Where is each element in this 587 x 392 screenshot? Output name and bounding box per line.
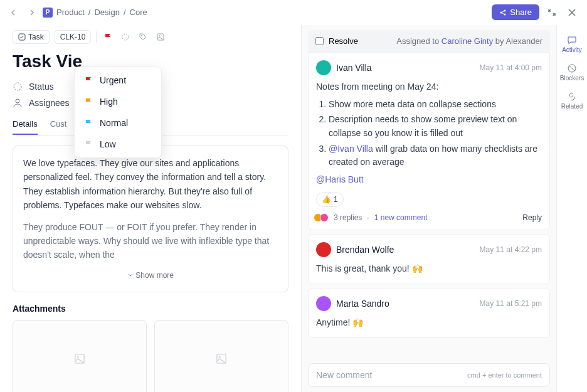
comment: Ivan Villa May 11 at 4:00 pm Notes from … (308, 52, 550, 230)
new-comment-count[interactable]: 1 new comment (374, 213, 428, 222)
breadcrumb-item[interactable]: Product (56, 8, 85, 17)
svg-point-4 (122, 34, 129, 40)
reaction[interactable]: 👍1 (316, 192, 344, 208)
close-icon[interactable] (564, 5, 579, 20)
assigned-text: Assigned to Caroline Ginty by Alexander (396, 36, 542, 46)
comment-author: Brendan Wolfe (336, 245, 394, 255)
sidetab-related[interactable]: Related (557, 87, 587, 115)
new-comment-input[interactable]: New comment cmd + enter to comment (308, 363, 550, 387)
comment: Brendan Wolfe May 11 at 4:22 pm This is … (308, 234, 550, 284)
comment-time: May 11 at 5:21 pm (480, 299, 542, 308)
mention[interactable]: @Haris Butt (316, 173, 542, 187)
svg-point-13 (219, 356, 221, 358)
replies-count[interactable]: 3 replies (334, 213, 362, 222)
tag-icon[interactable] (137, 31, 149, 43)
svg-point-9 (16, 99, 19, 103)
flag-icon (83, 76, 93, 85)
resolve-checkbox[interactable] (315, 37, 324, 45)
priority-option-urgent[interactable]: Urgent (75, 70, 161, 91)
mention[interactable]: @Ivan Villa (329, 144, 373, 154)
image-icon (215, 352, 228, 365)
image-icon (73, 352, 86, 365)
tab-custom[interactable]: Cust (50, 114, 67, 135)
reply-avatars (316, 213, 329, 222)
priority-dropdown: Urgent High Normal Low (74, 66, 162, 158)
attachments-heading: Attachments (13, 304, 288, 314)
link-icon (567, 92, 577, 102)
avatar (316, 60, 331, 75)
attachment-placeholder[interactable] (154, 320, 288, 392)
avatar (316, 296, 331, 311)
block-icon (567, 63, 577, 73)
priority-option-low[interactable]: Low (75, 134, 161, 155)
attachment-placeholder[interactable] (13, 320, 147, 392)
status-icon (13, 82, 23, 92)
resolve-label: Resolve (329, 36, 358, 46)
collapse-icon[interactable] (544, 5, 559, 20)
breadcrumb-item[interactable]: Design (94, 8, 119, 17)
priority-flag-icon[interactable] (102, 31, 114, 43)
share-button[interactable]: Share (492, 4, 539, 20)
svg-point-5 (141, 35, 142, 36)
priority-option-normal[interactable]: Normal (75, 112, 161, 134)
flag-icon (83, 140, 93, 149)
svg-point-7 (159, 35, 160, 36)
comment-icon (567, 35, 577, 45)
sidetab-blockers[interactable]: Blockers (557, 58, 587, 87)
comment-author: Marta Sandro (336, 299, 389, 309)
comment-time: May 11 at 4:22 pm (480, 245, 542, 254)
priority-option-high[interactable]: High (75, 91, 161, 112)
tab-details[interactable]: Details (13, 114, 38, 135)
comment-time: May 11 at 4:00 pm (480, 63, 542, 72)
task-type-pill[interactable]: Task (13, 30, 50, 44)
image-icon[interactable] (154, 31, 167, 43)
comment: Marta Sandro May 11 at 5:21 pm Anytime! … (308, 288, 550, 338)
svg-point-8 (14, 83, 21, 90)
avatar (316, 242, 331, 257)
sprint-icon[interactable] (119, 31, 132, 43)
reply-button[interactable]: Reply (522, 213, 542, 222)
comment-author: Ivan Villa (336, 63, 372, 73)
nav-back[interactable] (8, 6, 20, 19)
description-box[interactable]: We love typefaces. They give our sites a… (13, 146, 288, 292)
chevron-down-icon (127, 272, 134, 278)
check-icon (18, 33, 26, 41)
breadcrumb-item[interactable]: Core (130, 8, 147, 17)
show-more-button[interactable]: Show more (23, 270, 278, 282)
breadcrumb: P Product / Design / Core (43, 8, 147, 18)
sidetab-activity[interactable]: Activity (557, 30, 587, 58)
person-icon (13, 98, 23, 108)
flag-icon (83, 97, 93, 106)
svg-point-11 (77, 356, 79, 358)
task-id-pill[interactable]: CLK-10 (55, 30, 92, 44)
keyboard-hint: cmd + enter to comment (467, 371, 542, 379)
assignee-link[interactable]: Caroline Ginty (442, 36, 493, 46)
flag-icon (83, 119, 93, 127)
share-icon (499, 9, 507, 16)
workspace-icon: P (43, 8, 53, 18)
nav-forward[interactable] (25, 6, 38, 19)
